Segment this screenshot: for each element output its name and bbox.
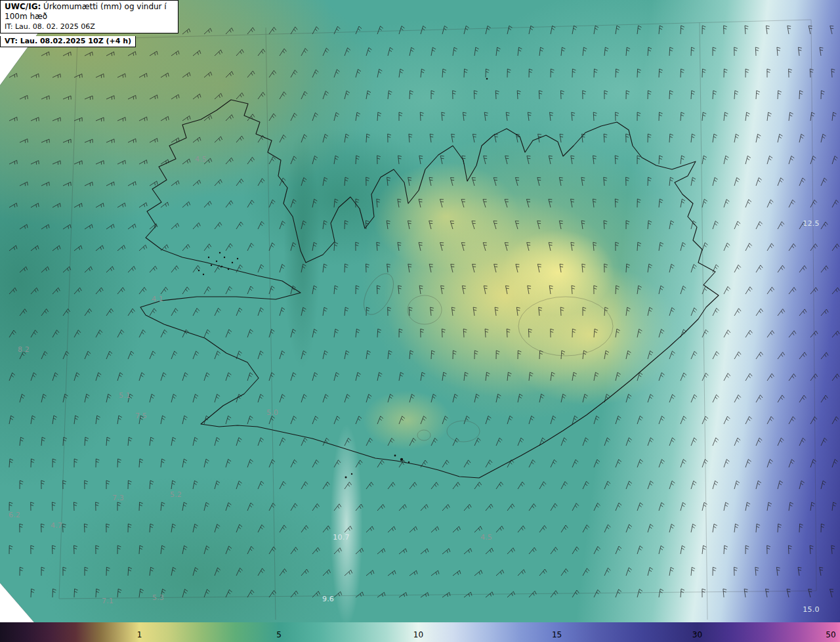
precip-value-label: 4.7 [51, 521, 62, 530]
precip-value-label: 12.5 [803, 219, 819, 228]
precip-value-label: 4.5 [195, 155, 207, 163]
colorbar-tick-label: 15 [552, 630, 562, 639]
map-title: UWC/IG: Úrkomumætti (mm) og vindur í 100… [5, 2, 174, 22]
colorbar-tick-label: 5 [276, 630, 282, 639]
map-header: UWC/IG: Úrkomumætti (mm) og vindur í 100… [0, 0, 178, 47]
colorbar-tick-label: 1 [137, 630, 142, 639]
precip-value-label: 5.1 [119, 391, 131, 400]
model-name: UWC/IG: [5, 2, 41, 11]
colorbar-tick-label: 10 [413, 630, 423, 639]
precip-value-label: 7.5 [135, 412, 147, 420]
map-overlay [0, 0, 840, 642]
precip-value-label: 4.1 [152, 295, 163, 303]
wind-barbs-layer [9, 26, 839, 597]
colorbar-tick-label: 30 [692, 630, 702, 639]
precip-value-label: 4.5 [480, 533, 492, 542]
graticule-lines [0, 0, 816, 642]
precip-value-label: 5.2 [170, 490, 182, 499]
precip-value-label: 5.0 [266, 408, 278, 417]
precip-value-label: 5.3 [152, 593, 164, 602]
iceland-coastline [140, 100, 719, 478]
colorbar: 1510153050 [0, 622, 840, 642]
precip-value-label: 15.0 [803, 605, 819, 614]
precip-value-label: 7.3 [112, 494, 124, 502]
precip-value-label: 10.7 [333, 533, 349, 542]
title-box: UWC/IG: Úrkomumætti (mm) og vindur í 100… [0, 0, 178, 33]
valid-time-box: VT: Lau. 08.02.2025 10Z (+4 h) [0, 36, 136, 47]
init-time: IT: Lau. 08. 02. 2025 06Z [5, 22, 174, 31]
precip-value-label: 9.6 [322, 595, 334, 603]
precip-value-label: 6.2 [9, 511, 20, 519]
precip-value-label: 7.1 [102, 597, 114, 605]
weather-map-stage: UWC/IG: Úrkomumætti (mm) og vindur í 100… [0, 0, 840, 642]
precip-value-label: 8.2 [18, 345, 30, 354]
colorbar-tick-label: 50 [826, 630, 835, 639]
